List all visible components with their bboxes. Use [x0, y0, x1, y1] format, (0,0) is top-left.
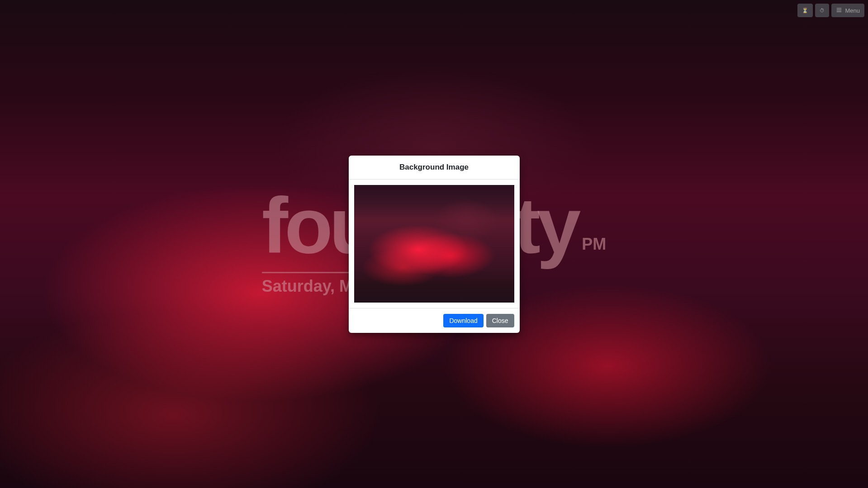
background-image-preview	[354, 185, 514, 303]
modal-body	[349, 180, 520, 308]
download-button[interactable]: Download	[443, 314, 483, 327]
close-button[interactable]: Close	[486, 314, 514, 327]
modal-title: Background Image	[354, 163, 514, 172]
background-image-modal: Background Image Download Close	[349, 156, 520, 333]
modal-header: Background Image	[349, 156, 520, 180]
modal-footer: Download Close	[349, 308, 520, 333]
modal-overlay: Background Image Download Close	[0, 0, 868, 488]
